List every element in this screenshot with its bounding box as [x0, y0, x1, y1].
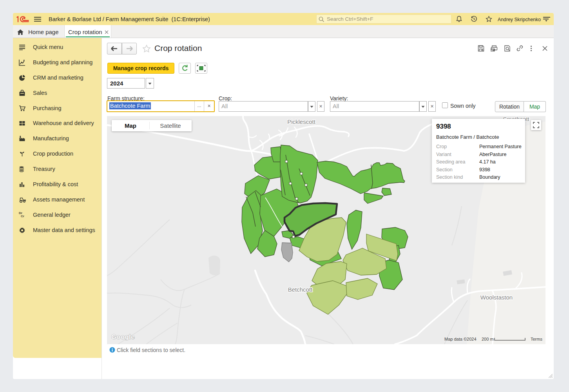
svg-text:Betchcott: Betchcott	[288, 286, 313, 293]
svg-text:Google: Google	[111, 333, 135, 340]
svg-text:Picklescott: Picklescott	[287, 118, 316, 125]
svg-text:Woolstaston: Woolstaston	[480, 294, 513, 301]
